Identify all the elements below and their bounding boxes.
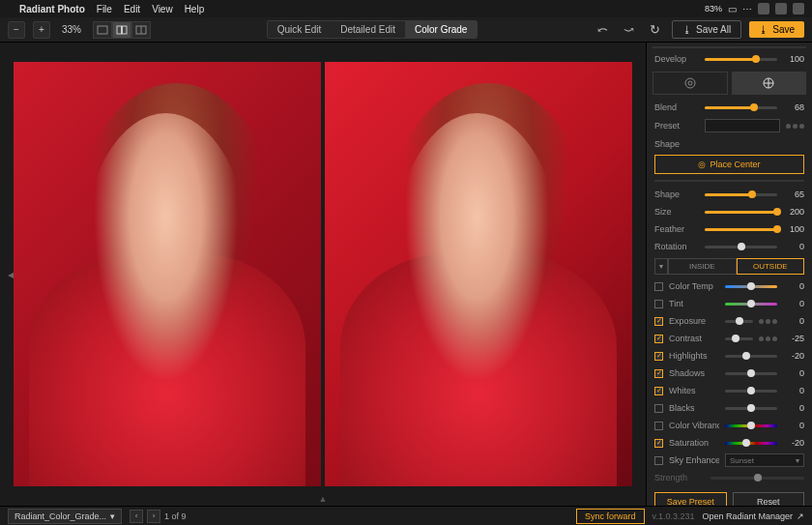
save-all-button[interactable]: ⭳Save All: [672, 20, 741, 39]
sync-forward-button[interactable]: Sync forward: [576, 509, 645, 524]
shape-slider[interactable]: [705, 193, 777, 196]
menu-edit[interactable]: Edit: [124, 4, 140, 15]
battery-icon[interactable]: ▭: [728, 4, 737, 15]
highlights-slider[interactable]: [725, 355, 777, 358]
shape-preview[interactable]: [654, 180, 804, 182]
save-preset-button[interactable]: Save Preset: [654, 492, 727, 506]
tab-outside[interactable]: OUTSIDE: [737, 258, 805, 275]
menubar-overflow-icon[interactable]: ⋯: [742, 4, 752, 15]
reset-adjustments-button[interactable]: Reset: [733, 492, 805, 506]
blend-slider[interactable]: [705, 106, 777, 109]
menu-help[interactable]: Help: [185, 4, 205, 15]
strength-slider[interactable]: [710, 477, 804, 480]
reset-button[interactable]: ↻: [646, 22, 664, 37]
tab-detailed-edit[interactable]: Detailed Edit: [331, 21, 405, 38]
vibrance-slider[interactable]: [725, 424, 777, 427]
histogram[interactable]: [652, 46, 806, 48]
zoom-in-button[interactable]: +: [33, 21, 50, 39]
before-image[interactable]: [14, 62, 321, 486]
after-image[interactable]: [325, 62, 632, 486]
shadows-slider[interactable]: [725, 372, 777, 375]
preset-select[interactable]: [705, 119, 780, 132]
color-temp-checkbox[interactable]: [654, 282, 663, 291]
menu-file[interactable]: File: [97, 4, 112, 15]
contrast-slider[interactable]: [725, 337, 753, 340]
blacks-value: 0: [783, 403, 804, 413]
open-manager-link[interactable]: Open Radiant Manager ↗: [702, 511, 804, 521]
menubar-extra-2-icon[interactable]: [775, 3, 787, 15]
chevron-down-icon: ▾: [110, 511, 115, 521]
chevron-down-icon: ▾: [796, 456, 799, 465]
color-temp-slider[interactable]: [725, 285, 777, 288]
rotation-value: 0: [783, 242, 804, 251]
page-indicator: 1 of 9: [164, 511, 187, 521]
main-body: ◀ ▲ Develop 100: [0, 43, 812, 506]
menubar-extra-1-icon[interactable]: [758, 3, 769, 15]
canvas-area: ◀ ▲: [0, 43, 646, 506]
undo-button[interactable]: ⤺: [594, 22, 612, 37]
blend-value: 68: [783, 102, 804, 112]
exposure-checkbox[interactable]: ✓: [654, 317, 663, 326]
pager-next-button[interactable]: ›: [147, 510, 160, 523]
zoom-out-button[interactable]: −: [8, 21, 25, 39]
highlights-checkbox[interactable]: ✓: [654, 352, 663, 361]
view-single-button[interactable]: [93, 21, 112, 39]
saturation-slider[interactable]: [725, 442, 777, 445]
size-slider[interactable]: [705, 211, 777, 214]
feather-slider[interactable]: [705, 228, 777, 231]
shape-header-label: Shape: [654, 139, 699, 149]
view-split-button[interactable]: [112, 21, 131, 39]
local-adjust-tab[interactable]: [732, 72, 807, 95]
tab-quick-edit[interactable]: Quick Edit: [268, 21, 332, 38]
place-center-button[interactable]: ◎ Place Center: [654, 155, 804, 174]
exposure-label: Exposure: [669, 316, 719, 326]
blacks-slider[interactable]: [725, 407, 777, 410]
tab-color-grade[interactable]: Color Grade: [405, 21, 477, 38]
zoom-level[interactable]: 33%: [58, 24, 85, 35]
preset-dropdown[interactable]: Radiant_Color_Grade...▾: [8, 509, 122, 524]
sky-enhance-select[interactable]: Sunset▾: [725, 453, 804, 467]
view-mode-segment: [93, 21, 151, 39]
rotation-slider[interactable]: [705, 246, 777, 248]
preset-pager[interactable]: [786, 124, 804, 129]
menu-view[interactable]: View: [152, 4, 173, 15]
blacks-checkbox[interactable]: [654, 404, 663, 413]
vibrance-checkbox[interactable]: [654, 422, 663, 430]
exposure-stepper[interactable]: [759, 319, 777, 324]
pager-prev-button[interactable]: ‹: [130, 510, 143, 523]
svg-point-5: [685, 78, 695, 88]
global-adjust-tab[interactable]: [652, 72, 728, 95]
shape-label: Shape: [654, 190, 699, 199]
tint-checkbox[interactable]: [654, 300, 663, 308]
region-collapse-toggle[interactable]: ▾: [654, 258, 668, 275]
tint-slider[interactable]: [725, 303, 777, 306]
whites-checkbox[interactable]: ✓: [654, 387, 663, 395]
tab-inside[interactable]: INSIDE: [668, 258, 737, 275]
size-label: Size: [654, 207, 699, 217]
view-overlay-button[interactable]: [131, 21, 151, 39]
image-pager: ‹ › 1 of 9: [130, 510, 187, 523]
saturation-value: -20: [783, 438, 804, 448]
contrast-stepper[interactable]: [759, 336, 777, 341]
tint-label: Tint: [669, 299, 719, 308]
svg-rect-0: [98, 26, 107, 34]
whites-value: 0: [783, 386, 804, 395]
exposure-slider[interactable]: [725, 320, 753, 323]
save-button[interactable]: ⭳Save: [749, 21, 804, 38]
shadows-checkbox[interactable]: ✓: [654, 369, 663, 378]
whites-slider[interactable]: [725, 390, 777, 393]
battery-percent: 83%: [705, 4, 722, 14]
saturation-checkbox[interactable]: ✓: [654, 439, 663, 448]
develop-slider[interactable]: [705, 58, 777, 61]
compare-view[interactable]: [0, 43, 646, 506]
filmstrip-toggle[interactable]: ▲: [319, 494, 328, 504]
redo-button[interactable]: ⤻: [620, 22, 638, 37]
color-temp-value: 0: [783, 281, 804, 291]
app-name[interactable]: Radiant Photo: [19, 4, 85, 15]
menubar-extra-3-icon[interactable]: [793, 3, 804, 15]
contrast-checkbox[interactable]: ✓: [654, 335, 663, 343]
sky-enhance-checkbox[interactable]: [654, 456, 663, 465]
download-icon: ⭳: [682, 24, 692, 35]
exposure-value: 0: [783, 316, 804, 326]
feather-label: Feather: [654, 224, 699, 234]
